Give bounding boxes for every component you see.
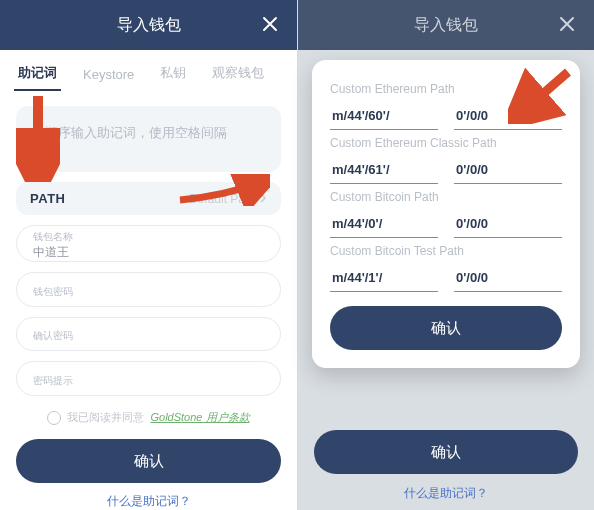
path-label: PATH (30, 191, 65, 206)
path-prefix-input[interactable]: m/44'/60'/ (330, 104, 438, 130)
password-hint-field[interactable]: 密码提示 (16, 361, 281, 396)
close-icon[interactable] (259, 13, 281, 35)
page-title: 导入钱包 (117, 15, 181, 36)
path-value: Default Path (189, 192, 255, 206)
section-title: Custom Ethereum Classic Path (330, 136, 562, 150)
path-suffix-input[interactable]: 0'/0/0 (454, 212, 562, 238)
section-title: Custom Bitcoin Path (330, 190, 562, 204)
path-row[interactable]: PATH Default Path (16, 182, 281, 215)
section-title: Custom Ethereum Path (330, 82, 562, 96)
mnemonic-input[interactable]: 按顺序输入助记词，使用空格间隔 (16, 106, 281, 172)
path-prefix-input[interactable]: m/44'/0'/ (330, 212, 438, 238)
tab-bar: 助记词 Keystore 私钥 观察钱包 (0, 50, 297, 90)
path-suffix-input[interactable]: 0'/0/0 (454, 266, 562, 292)
content: 按顺序输入助记词，使用空格间隔 PATH Default Path 钱包名称 中… (0, 90, 297, 425)
section-title: Custom Bitcoin Test Path (330, 244, 562, 258)
confirm-button[interactable]: 确认 (314, 430, 578, 474)
tos-prefix: 我已阅读并同意 (67, 410, 144, 425)
tos-row: 我已阅读并同意 GoldStone 用户条款 (16, 410, 281, 425)
screen-import-wallet: 导入钱包 助记词 Keystore 私钥 观察钱包 按顺序输入助记词，使用空格间… (0, 0, 297, 510)
tab-watch[interactable]: 观察钱包 (208, 56, 268, 90)
path-prefix-input[interactable]: m/44'/61'/ (330, 158, 438, 184)
path-prefix-input[interactable]: m/44'/1'/ (330, 266, 438, 292)
popup-confirm-button[interactable]: 确认 (330, 306, 562, 350)
title-bar: 导入钱包 (0, 0, 297, 50)
path-suffix-input[interactable]: 0'/0/0 (454, 158, 562, 184)
tos-link[interactable]: GoldStone 用户条款 (150, 410, 249, 425)
tab-mnemonic[interactable]: 助记词 (14, 56, 61, 90)
wallet-name-field[interactable]: 钱包名称 中道王 (16, 225, 281, 262)
title-bar: 导入钱包 (298, 0, 594, 50)
confirm-button[interactable]: 确认 (16, 439, 281, 483)
help-link[interactable]: 什么是助记词？ (0, 493, 297, 510)
screen-path-popup: 导入钱包 助记词 Keystore 私钥 观察钱包 确认 什么是助记词？ Cus… (297, 0, 594, 510)
chevron-right-icon (259, 192, 267, 206)
page-title: 导入钱包 (414, 15, 478, 36)
path-suffix-input[interactable]: 0'/0/0 (454, 104, 562, 130)
close-icon[interactable] (556, 13, 578, 35)
help-link[interactable]: 什么是助记词？ (298, 485, 594, 502)
path-popup: Custom Ethereum Path m/44'/60'/ 0'/0/0 C… (312, 60, 580, 368)
wallet-password-field[interactable]: 钱包密码 (16, 272, 281, 307)
tab-keystore[interactable]: Keystore (79, 59, 138, 90)
confirm-password-field[interactable]: 确认密码 (16, 317, 281, 352)
tos-checkbox[interactable] (47, 411, 61, 425)
tab-privatekey[interactable]: 私钥 (156, 56, 190, 90)
